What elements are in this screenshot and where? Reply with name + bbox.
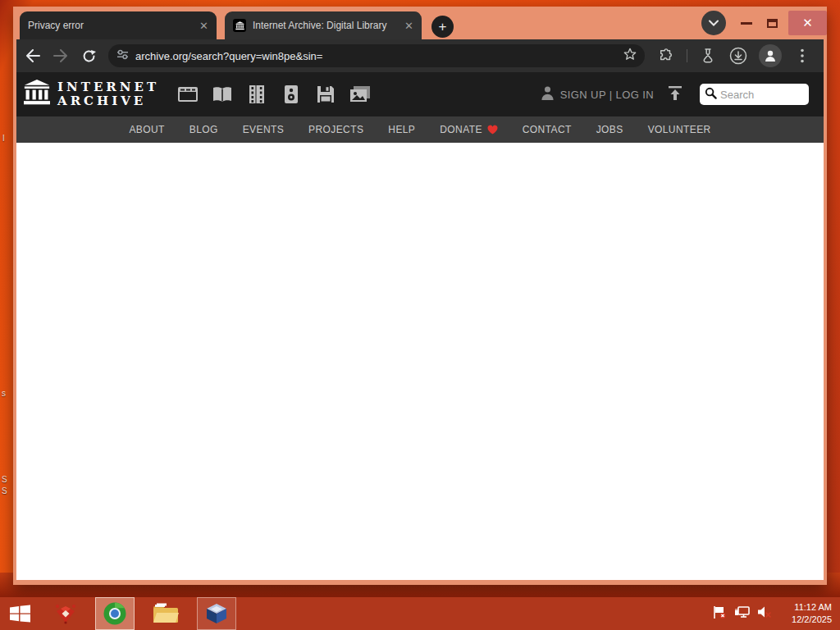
- ia-search-box[interactable]: [700, 84, 809, 105]
- browser-window: Privacy error ✕ Internet Archive: Digita…: [13, 7, 827, 585]
- page-content-blank: [16, 143, 824, 580]
- taskbar-clock[interactable]: 11:12 AM 12/2/2025: [784, 601, 832, 627]
- tab-close-icon[interactable]: ✕: [404, 21, 413, 31]
- red-app-icon[interactable]: [46, 597, 85, 630]
- tab-strip: Privacy error ✕ Internet Archive: Digita…: [20, 11, 454, 39]
- tab-title: Privacy error: [28, 20, 193, 31]
- profile-avatar-icon[interactable]: [759, 44, 782, 67]
- ia-search-input[interactable]: [720, 89, 799, 101]
- address-bar[interactable]: archive.org/search?query=win8pe&sin=: [108, 44, 645, 67]
- reload-icon[interactable]: [79, 46, 98, 66]
- internet-archive-favicon: [233, 19, 246, 32]
- nav-volunteer[interactable]: VOLUNTEER: [648, 124, 711, 135]
- browser-toolbar: archive.org/search?query=win8pe&sin=: [16, 39, 824, 72]
- taskbar: 11:12 AM 12/2/2025: [0, 597, 840, 630]
- nav-jobs[interactable]: JOBS: [596, 124, 623, 135]
- url-text[interactable]: archive.org/search?query=win8pe&sin=: [135, 50, 617, 62]
- window-titlebar[interactable]: Privacy error ✕ Internet Archive: Digita…: [16, 7, 824, 39]
- web-icon[interactable]: [177, 84, 199, 104]
- toolbar-actions: [656, 44, 812, 67]
- desktop: I s S S Privacy error ✕: [0, 0, 840, 630]
- volume-muted-icon[interactable]: [757, 605, 772, 622]
- start-button[interactable]: [0, 597, 39, 630]
- media-type-icons: [177, 84, 371, 104]
- tab-title: Internet Archive: Digital Library: [253, 20, 398, 31]
- audio-icon[interactable]: [281, 84, 302, 104]
- minimize-button[interactable]: [741, 22, 752, 25]
- new-tab-button[interactable]: +: [431, 16, 454, 38]
- search-icon: [705, 87, 717, 103]
- tab-search-button[interactable]: [701, 11, 726, 35]
- desktop-icon-label-fragment: I: [2, 134, 5, 143]
- images-icon[interactable]: [349, 84, 371, 104]
- nav-about[interactable]: ABOUT: [129, 124, 164, 135]
- system-tray: 11:12 AM 12/2/2025: [713, 601, 832, 627]
- back-icon[interactable]: [23, 46, 43, 66]
- tab-close-icon[interactable]: ✕: [199, 21, 208, 31]
- toolbar-divider: [687, 49, 687, 62]
- action-center-flag-icon[interactable]: [713, 605, 727, 623]
- video-icon[interactable]: [246, 84, 267, 104]
- chevron-down-icon: [709, 20, 719, 26]
- signup-login-link[interactable]: SIGN UP | LOG IN: [560, 89, 654, 101]
- tab-internet-archive[interactable]: Internet Archive: Digital Library ✕: [225, 11, 422, 39]
- chromium-green-icon[interactable]: [95, 597, 135, 630]
- upload-icon[interactable]: [667, 84, 683, 104]
- nav-events[interactable]: EVENTS: [243, 124, 284, 135]
- clock-time: 11:12 AM: [784, 601, 832, 614]
- person-icon: [540, 84, 555, 104]
- virtualbox-icon[interactable]: [197, 597, 236, 630]
- tab-privacy-error[interactable]: Privacy error ✕: [20, 11, 217, 39]
- maximize-button[interactable]: [767, 19, 778, 28]
- desktop-icon-label-fragment: S: [2, 475, 7, 484]
- ia-nav: ABOUT BLOG EVENTS PROJECTS HELP DONATE C…: [16, 116, 824, 143]
- ia-header: INTERNET ARCHIVE: [16, 72, 824, 116]
- software-icon[interactable]: [315, 84, 336, 104]
- texts-icon[interactable]: [212, 84, 233, 104]
- downloads-icon[interactable]: [728, 46, 748, 66]
- desktop-icon-label-fragment: s: [2, 389, 6, 398]
- menu-kebab-icon[interactable]: [792, 46, 812, 66]
- nav-help[interactable]: HELP: [388, 124, 415, 135]
- bookmark-star-icon[interactable]: [623, 48, 637, 64]
- nav-projects[interactable]: PROJECTS: [308, 124, 363, 135]
- nav-donate[interactable]: DONATE: [440, 124, 498, 135]
- extensions-icon[interactable]: [656, 46, 676, 66]
- donate-heart-icon: [487, 125, 498, 135]
- desktop-icon-label-fragment: S: [2, 486, 7, 495]
- nav-blog[interactable]: BLOG: [189, 124, 218, 135]
- internet-archive-logo-icon[interactable]: [23, 80, 51, 109]
- network-icon[interactable]: [734, 605, 750, 622]
- experiments-flask-icon[interactable]: [698, 46, 718, 66]
- ia-wordmark[interactable]: INTERNET ARCHIVE: [57, 80, 159, 108]
- close-button[interactable]: ✕: [788, 11, 827, 35]
- nav-contact[interactable]: CONTACT: [523, 124, 572, 135]
- clock-date: 12/2/2025: [784, 614, 832, 626]
- file-explorer-icon[interactable]: [146, 597, 185, 630]
- site-settings-icon[interactable]: [116, 48, 129, 63]
- forward-icon[interactable]: [51, 46, 71, 66]
- window-controls: ✕: [701, 7, 824, 39]
- web-page: INTERNET ARCHIVE: [16, 72, 824, 580]
